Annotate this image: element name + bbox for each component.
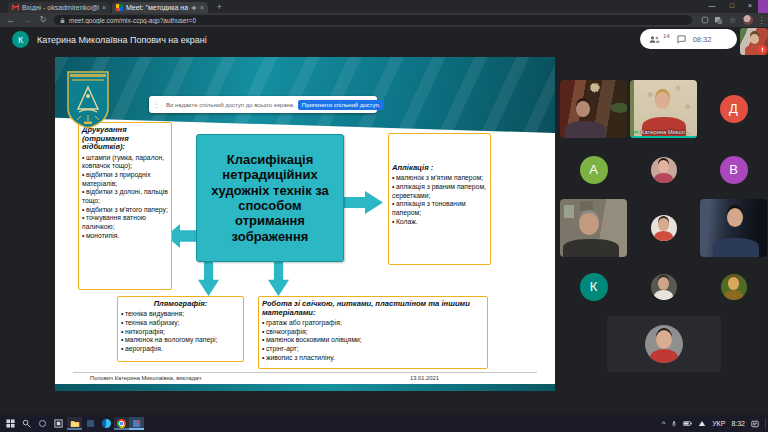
- person-silhouette: [560, 80, 627, 138]
- person-silhouette: [560, 199, 627, 257]
- list-item: стрінг-арт;: [262, 345, 484, 354]
- mic-tray-icon[interactable]: [671, 420, 677, 428]
- bookmark-star-icon[interactable]: ☆: [726, 14, 739, 26]
- materials-box: Робота зі свічкою, нитками, пластиліном …: [258, 296, 488, 369]
- lock-icon: [60, 17, 65, 24]
- list-item: точкування ватною паличкою;: [82, 214, 168, 231]
- search-icon[interactable]: [19, 417, 34, 430]
- action-center-icon[interactable]: [751, 420, 759, 428]
- avatar: В: [720, 156, 748, 184]
- file-explorer-icon[interactable]: [67, 417, 82, 430]
- edge-icon[interactable]: [99, 417, 114, 430]
- list-item: техніка видування;: [121, 310, 240, 319]
- pinned-app-icon[interactable]: [83, 417, 98, 430]
- screen-share-toast: ⋮ Ви надаєте спільний доступ до всього е…: [149, 96, 377, 113]
- avatar: [721, 274, 747, 300]
- tray-clock[interactable]: 8:32: [731, 420, 745, 427]
- slide-bottom-strip: [55, 384, 555, 391]
- participant-count: 14: [663, 33, 670, 39]
- list-item: відбитки з долоні, пальців тощо;: [82, 188, 168, 205]
- slide-center-title: Класифікація нетрадиційних художніх техн…: [196, 134, 344, 262]
- participant-avatar-tile[interactable]: Д: [700, 80, 767, 137]
- avatar: [651, 157, 677, 183]
- back-icon[interactable]: ←: [4, 13, 18, 27]
- list-item: Колаж.: [392, 218, 487, 227]
- avatar: Д: [720, 95, 748, 123]
- slide-author: Попович Катерина Миколаївна, викладач: [90, 375, 201, 381]
- participant-video-tile[interactable]: [560, 80, 627, 138]
- participant-name-label: Катерина Микол...: [633, 129, 690, 135]
- new-tab-button[interactable]: +: [214, 2, 225, 13]
- printing-techniques-box: Друкування (отримання відбитків): штампи…: [78, 122, 172, 290]
- person-silhouette: [700, 199, 767, 257]
- browser-profile-avatar[interactable]: [743, 15, 753, 25]
- meet-status-pill: 14 08:32: [640, 29, 737, 49]
- tab-audio-icon[interactable]: [191, 5, 197, 11]
- box-title: Аплікація :: [392, 164, 487, 173]
- tray-expand-icon[interactable]: ^: [662, 420, 665, 427]
- blot-techniques-box: Плямографія: техніка видування; техніка …: [117, 296, 244, 362]
- tab-meet[interactable]: Meet: "методика навчання" ×: [112, 2, 208, 13]
- participant-avatar-tile[interactable]: [630, 199, 697, 256]
- participant-avatar-tile[interactable]: К: [560, 258, 627, 315]
- stop-sharing-button[interactable]: Припинити спільний доступ.: [298, 100, 385, 110]
- presenting-banner: Катерина Миколаївна Попович на екрані: [37, 35, 207, 45]
- self-video-thumbnail[interactable]: [740, 28, 768, 55]
- task-view-icon[interactable]: [51, 417, 66, 430]
- list-item: свічкографія;: [262, 328, 484, 337]
- forward-icon[interactable]: →: [20, 13, 34, 27]
- show-desktop-divider[interactable]: [765, 418, 766, 429]
- avatar: [645, 325, 683, 363]
- avatar: [651, 274, 677, 300]
- active-app-icon[interactable]: [129, 417, 144, 430]
- chrome-icon[interactable]: [114, 417, 129, 430]
- network-icon[interactable]: [698, 420, 706, 427]
- participant-avatar-tile[interactable]: [630, 141, 697, 198]
- battery-icon[interactable]: [683, 420, 692, 427]
- window-close-button[interactable]: ×: [742, 0, 758, 12]
- speaking-indicator-icon: [633, 129, 639, 135]
- avatar: К: [580, 273, 608, 301]
- start-button[interactable]: [3, 417, 18, 430]
- window-maximize-button[interactable]: □: [724, 0, 740, 12]
- participant-video-tile-speaking[interactable]: Катерина Микол...: [630, 80, 697, 138]
- participant-avatar-tile[interactable]: [700, 258, 767, 315]
- tab-close-icon[interactable]: ×: [200, 4, 204, 11]
- tab-title: Вхідні - oksadmirenko@kubgud...: [22, 4, 99, 11]
- list-item: аерографія.: [121, 345, 240, 354]
- participant-avatar-tile[interactable]: [630, 258, 697, 315]
- tab-close-icon[interactable]: ×: [102, 4, 106, 11]
- list-item: техніка набризку;: [121, 319, 240, 328]
- slide-date: 13.01.2021: [410, 375, 439, 381]
- reload-icon[interactable]: ↻: [36, 13, 50, 27]
- meet-favicon: [116, 4, 123, 11]
- participant-video-tile[interactable]: [560, 199, 627, 257]
- tab-gmail[interactable]: Вхідні - oksadmirenko@kubgud... ×: [8, 2, 110, 13]
- list-item: ниткографія;: [121, 328, 240, 337]
- mic-muted-icon: [758, 45, 767, 54]
- university-logo: [67, 71, 109, 129]
- list-item: відбитки з м'ятого паперу;: [82, 206, 168, 215]
- participant-avatar-tile[interactable]: [607, 316, 721, 372]
- chat-icon[interactable]: [677, 35, 686, 44]
- participant-video-tile[interactable]: [700, 199, 767, 257]
- translate-icon[interactable]: [712, 14, 725, 26]
- cortana-icon[interactable]: [35, 417, 50, 430]
- arrow-down-icon: [267, 260, 290, 296]
- system-tray: ^ УКР 8:32: [662, 415, 766, 432]
- address-bar[interactable]: meet.google.com/mix-ccpq-aqp?authuser=0: [54, 15, 692, 25]
- window-minimize-button[interactable]: —: [704, 0, 720, 12]
- gmail-favicon: [12, 4, 19, 11]
- arrow-down-icon: [197, 260, 220, 296]
- drag-handle-icon[interactable]: ⋮: [153, 101, 160, 109]
- extension-icon[interactable]: [698, 14, 711, 26]
- language-indicator[interactable]: УКР: [712, 420, 725, 427]
- browser-menu-icon[interactable]: ⋮: [755, 14, 768, 26]
- participant-avatar-tile[interactable]: В: [700, 141, 767, 198]
- participants-icon[interactable]: [649, 35, 660, 44]
- list-item: аплікація з тонованим папером;: [392, 200, 487, 217]
- browser-tab-strip: Вхідні - oksadmirenko@kubgud... × Meet: …: [0, 0, 768, 13]
- list-item: малюнок восковими олівцями;: [262, 336, 484, 345]
- participant-avatar-tile[interactable]: А: [560, 141, 627, 198]
- browser-toolbar: ← → ↻ meet.google.com/mix-ccpq-aqp?authu…: [0, 13, 768, 27]
